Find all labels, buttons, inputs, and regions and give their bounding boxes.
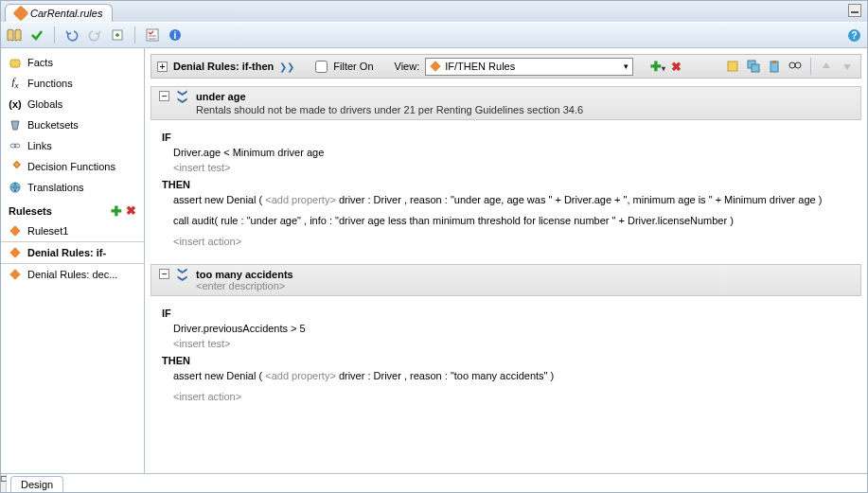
check-list-icon[interactable] [145,27,160,43]
svg-rect-13 [9,247,20,257]
footer-tabs: ⊏ Design [1,473,867,492]
ruleset-item-selected[interactable]: Denial Rules: if- [1,241,144,264]
insert-test-placeholder[interactable]: <insert test> [173,338,850,349]
ruleset-icon [9,224,22,238]
rules-file-icon [13,6,29,22]
redo-icon[interactable] [87,27,102,43]
filter-label: Filter On [333,61,373,72]
action-expr[interactable]: assert new Denial ( <add property> drive… [173,194,850,205]
cut-icon[interactable] [725,59,740,74]
move-up-icon[interactable] [819,59,834,74]
svg-rect-7 [10,60,20,67]
ruleset-icon [9,246,22,259]
facts-icon [9,56,22,69]
chevron-down-icon[interactable]: ❯❯ [178,89,188,104]
condition-expr[interactable]: Driver.previousAccidents > 5 [173,323,850,334]
ruleset-item[interactable]: Denial Rules: dec... [1,264,144,285]
add-ruleset-icon[interactable]: ✚ [111,203,122,219]
main-toolbar: i ? [1,22,867,48]
sidebar-label: Links [27,140,52,151]
sidebar: Facts fx Functions (x) Globals Bucketset… [1,48,145,473]
sidebar-item-translations[interactable]: Translations [1,177,144,198]
undo-icon[interactable] [64,27,80,43]
decision-functions-icon [9,160,22,173]
rule-header[interactable]: − ❯❯ under age Rentals should not be mad… [151,86,861,120]
main-panel: + Denial Rules: if-then ❯❯ Filter On Vie… [145,48,867,473]
ruleset-label: Denial Rules: if- [27,247,106,258]
insert-action-placeholder[interactable]: <insert action> [173,391,850,402]
action-expr[interactable]: assert new Denial ( <add property> drive… [173,370,850,381]
sidebar-label: Translations [27,182,84,193]
file-tab-label: CarRental.rules [30,8,102,19]
paste-icon[interactable] [767,59,782,74]
sidebar-item-bucketsets[interactable]: Bucketsets [1,114,144,135]
sidebar-item-links[interactable]: Links [1,135,144,156]
filter-checkbox[interactable] [315,61,328,73]
sidebar-label: Decision Functions [27,161,115,172]
svg-rect-16 [728,62,737,71]
action-expr[interactable]: call audit( rule : "under age" , info : … [173,215,850,226]
then-keyword: THEN [162,355,850,366]
view-select[interactable]: IF/THEN Rules [425,58,633,76]
collapse-icon[interactable]: − [159,91,169,101]
collapse-icon[interactable]: − [159,269,169,279]
delete-ruleset-icon[interactable]: ✖ [126,203,136,219]
rule-header[interactable]: − ❯❯ too many accidents <enter descripti… [151,264,861,296]
chevron-down-icon[interactable]: ❯❯ [178,267,188,282]
svg-rect-12 [9,225,20,236]
sidebar-item-decision-functions[interactable]: Decision Functions [1,156,144,177]
svg-rect-10 [13,161,20,167]
rule-name: under age [196,91,583,102]
delete-rule-icon[interactable]: ✖ [671,60,682,74]
rule-toolbar: + Denial Rules: if-then ❯❯ Filter On Vie… [151,54,861,79]
svg-rect-20 [772,61,776,63]
editor-tab-bar: CarRental.rules [1,1,867,22]
minimize-button[interactable] [848,4,861,17]
view-label: View: [395,61,420,72]
add-rule-icon[interactable]: ✚▾ [650,59,665,74]
add-property-placeholder[interactable]: <add property> [265,194,336,205]
sidebar-label: Facts [27,57,53,68]
insert-action-placeholder[interactable]: <insert action> [173,236,850,247]
rule-block: − ❯❯ too many accidents <enter descripti… [151,264,861,412]
add-property-placeholder[interactable]: <add property> [265,370,336,381]
sidebar-label: Functions [27,78,73,89]
file-tab[interactable]: CarRental.rules [5,4,113,22]
chevron-down-icon[interactable]: ❯❯ [279,62,294,72]
copy-icon[interactable] [746,59,761,74]
move-down-icon[interactable] [840,59,855,74]
ruleset-item[interactable]: Ruleset1 [1,220,144,241]
svg-text:i: i [174,30,177,41]
dictionary-icon[interactable] [7,27,22,43]
svg-rect-0 [851,11,859,13]
validate-icon[interactable] [29,27,44,43]
design-tab[interactable]: Design [10,476,63,492]
ruleset-label: Denial Rules: dec... [27,269,117,280]
condition-expr[interactable]: Driver.age < Minimum driver age [173,147,850,158]
sidebar-label: Bucketsets [27,119,79,131]
rule-name: too many accidents [196,269,293,280]
rulesets-label: Rulesets [9,205,52,217]
sidebar-item-globals[interactable]: (x) Globals [1,94,144,114]
sidebar-item-facts[interactable]: Facts [1,52,144,73]
svg-point-22 [795,62,801,68]
info-icon[interactable]: i [168,27,183,43]
translations-icon [9,181,22,194]
rule-description-placeholder[interactable]: <enter description> [196,280,293,291]
ruleset-title: Denial Rules: if-then [173,61,274,72]
functions-icon: fx [9,77,22,90]
insert-test-placeholder[interactable]: <insert test> [173,162,850,173]
if-keyword: IF [162,132,850,143]
find-icon[interactable] [788,59,803,74]
help-icon[interactable]: ? [846,27,861,43]
rulesets-header: Rulesets ✚ ✖ [1,198,144,220]
rule-block: − ❯❯ under age Rentals should not be mad… [151,86,861,256]
rule-description: Rentals should not be made to drivers un… [196,104,583,115]
view-value: IF/THEN Rules [445,61,515,72]
sidebar-item-functions[interactable]: fx Functions [1,73,144,94]
ruleset-label: Ruleset1 [27,225,68,237]
svg-point-9 [14,144,20,148]
expand-all-icon[interactable]: + [157,62,168,72]
svg-rect-18 [752,64,759,72]
refresh-icon[interactable] [110,27,125,43]
